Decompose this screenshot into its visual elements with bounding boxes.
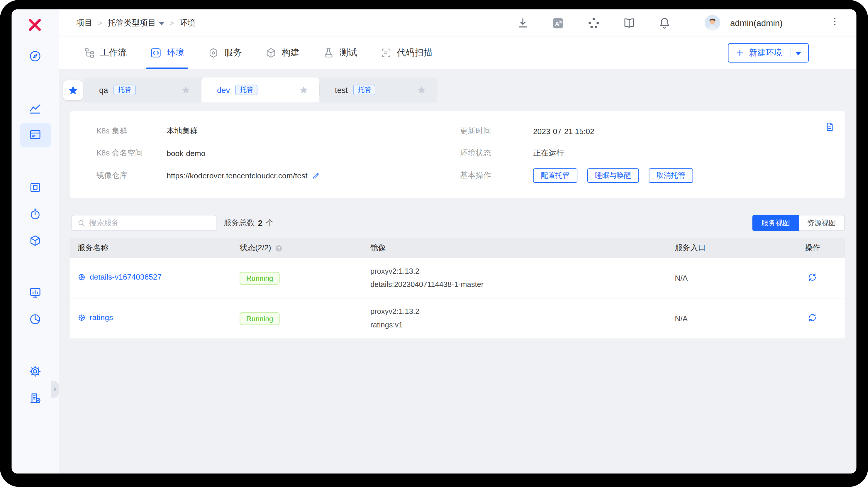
service-total-label: 服务总数 — [224, 218, 255, 228]
document-icon[interactable] — [825, 122, 835, 132]
service-link[interactable]: details-v1674036527 — [78, 273, 162, 281]
env-tab-dev[interactable]: dev 托管 — [202, 78, 319, 102]
code-scan-icon — [380, 47, 392, 59]
service-search — [71, 215, 217, 231]
environment-info-card: K8s 集群 本地集群 K8s 命名空间 book-demo 镜像仓库 http… — [70, 111, 845, 198]
docs-book-icon[interactable] — [623, 17, 636, 29]
services-table: 服务名称 状态(2/2) ? 镜像 服务入口 操作 — [70, 238, 845, 339]
breadcrumb-separator: > — [98, 19, 102, 27]
plugins-molecule-icon[interactable] — [587, 17, 600, 29]
env-name: dev — [217, 86, 230, 94]
compass-icon[interactable] — [29, 50, 41, 62]
tab-label: 测试 — [339, 47, 357, 59]
service-total-unit: 个 — [266, 218, 274, 228]
star-icon — [67, 85, 79, 96]
view-toggle: 服务视图 资源视图 — [752, 215, 844, 231]
sidebar — [12, 9, 59, 474]
more-vertical-icon[interactable] — [830, 17, 840, 29]
breadcrumb-environments[interactable]: 环境 — [180, 18, 195, 28]
search-icon — [78, 219, 85, 227]
refresh-icon[interactable] — [808, 272, 817, 282]
test-flask-icon — [323, 47, 335, 59]
tab-environments[interactable]: 环境 — [150, 37, 184, 69]
timer-icon[interactable] — [29, 208, 41, 220]
breadcrumb-separator: > — [170, 19, 174, 27]
content-area: qa 托管 dev 托管 test 托管 — [59, 69, 856, 474]
new-environment-button[interactable]: 新建环境 — [728, 43, 809, 62]
update-time-value: 2023-07-21 15:02 — [533, 127, 594, 135]
avatar[interactable] — [705, 15, 720, 31]
sleep-wake-button[interactable]: 睡眠与唤醒 — [587, 169, 639, 183]
package-icon[interactable] — [29, 235, 41, 247]
building-audit-icon[interactable] — [29, 392, 41, 404]
translate-icon[interactable]: A — [552, 17, 564, 30]
configure-hosting-button[interactable]: 配置托管 — [533, 169, 578, 183]
header-service-name: 服务名称 — [70, 243, 230, 253]
svg-text:A: A — [555, 20, 559, 27]
env-code-icon — [150, 47, 162, 59]
help-circle-icon[interactable]: ? — [275, 244, 283, 252]
monitor-icon[interactable] — [29, 286, 41, 299]
star-icon[interactable] — [181, 85, 190, 95]
download-icon[interactable] — [517, 17, 529, 29]
status-badge: Running — [240, 312, 280, 325]
settings-gear-icon[interactable] — [29, 365, 41, 377]
service-name: ratings — [90, 313, 113, 322]
env-tab-test[interactable]: test 托管 — [319, 78, 437, 102]
hosted-tag: 托管 — [114, 85, 136, 95]
sidebar-collapse-handle[interactable] — [51, 381, 59, 398]
container-icon[interactable] — [29, 181, 41, 194]
new-environment-label: 新建环境 — [749, 48, 782, 58]
plus-icon — [736, 49, 744, 57]
edit-pencil-icon[interactable] — [312, 171, 320, 180]
workflow-tree-icon — [84, 47, 95, 59]
header-image: 镜像 — [362, 243, 672, 253]
image-line: ratings:v1 — [370, 318, 672, 332]
tab-workflows[interactable]: 工作流 — [84, 37, 127, 69]
breadcrumb-project-dropdown[interactable]: 托管类型项目 — [107, 18, 164, 28]
button-divider — [790, 48, 790, 58]
refresh-icon[interactable] — [808, 313, 817, 322]
service-link[interactable]: ratings — [78, 313, 113, 322]
line-chart-icon[interactable] — [29, 102, 41, 114]
pie-chart-icon[interactable] — [29, 313, 41, 326]
breadcrumb-projects[interactable]: 项目 — [76, 18, 93, 28]
project-nav: 工作流 环境 服务 — [59, 37, 856, 69]
image-line: proxyv2:1.13.2 — [370, 265, 672, 278]
hosted-tag: 托管 — [236, 85, 258, 95]
info-label: 镜像仓库 — [96, 171, 166, 180]
header-operations: 操作 — [780, 243, 845, 253]
image-line: proxyv2:1.13.2 — [370, 305, 672, 318]
star-icon[interactable] — [417, 85, 426, 95]
resource-view-button[interactable]: 资源视图 — [799, 215, 845, 231]
table-row: details-v1674036527 Running proxyv2:1.13… — [70, 258, 845, 299]
service-name: details-v1674036527 — [90, 273, 162, 281]
service-view-button[interactable]: 服务视图 — [752, 215, 799, 231]
cancel-hosting-button[interactable]: 取消托管 — [649, 169, 693, 183]
image-line: details:20230407114438-1-master — [370, 278, 672, 291]
env-tab-qa[interactable]: qa 托管 — [84, 78, 202, 102]
user-menu[interactable]: admin(admin) — [730, 9, 783, 37]
zadig-logo[interactable] — [27, 17, 43, 33]
table-row: ratings Running proxyv2:1.13.2 ratings:v… — [70, 298, 845, 339]
k8s-cluster-value: 本地集群 — [166, 126, 198, 136]
tab-code-scan[interactable]: 代码扫描 — [380, 37, 432, 69]
tab-tests[interactable]: 测试 — [323, 37, 357, 69]
service-total-count: 2 — [258, 218, 263, 227]
stage: 项目 > 托管类型项目 > 环境 A — [0, 0, 868, 487]
star-icon[interactable] — [299, 85, 308, 95]
search-input[interactable] — [89, 219, 210, 227]
app-screen: 项目 > 托管类型项目 > 环境 A — [12, 9, 857, 474]
bell-icon[interactable] — [658, 17, 671, 29]
info-label: K8s 命名空间 — [96, 148, 166, 158]
tab-services[interactable]: 服务 — [208, 37, 242, 69]
tab-builds[interactable]: 构建 — [265, 37, 300, 69]
service-diamond-icon — [208, 47, 219, 59]
environments-icon[interactable] — [29, 128, 41, 141]
k8s-namespace-value: book-demo — [166, 149, 205, 158]
favorite-filter-button[interactable] — [63, 81, 83, 100]
tab-label: 构建 — [282, 47, 300, 59]
breadcrumb: 项目 > 托管类型项目 > 环境 — [76, 9, 195, 37]
topbar: 项目 > 托管类型项目 > 环境 A — [59, 9, 856, 37]
tab-label: 工作流 — [100, 47, 127, 59]
